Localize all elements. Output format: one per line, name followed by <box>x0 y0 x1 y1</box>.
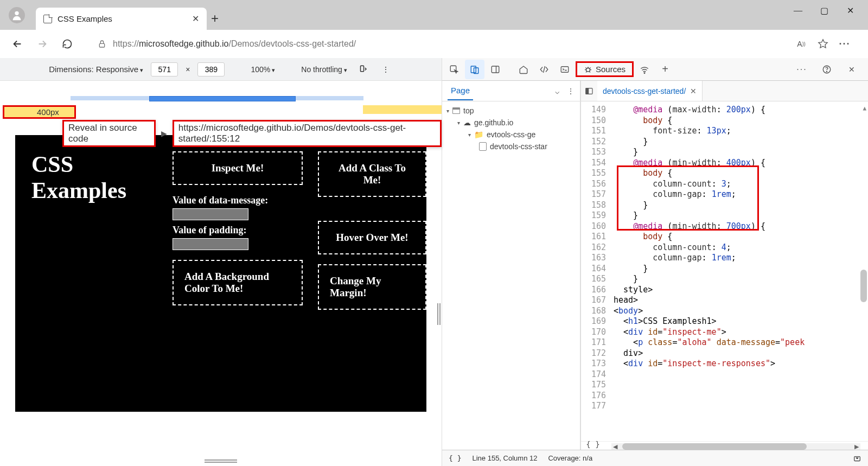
menu-icon[interactable]: ··· <box>839 38 851 50</box>
svg-point-0 <box>15 11 18 15</box>
add-tab-icon[interactable]: + <box>655 60 675 79</box>
welcome-icon[interactable] <box>514 60 533 79</box>
window-icon <box>452 107 460 114</box>
svg-rect-8 <box>561 66 569 72</box>
horizontal-scrollbar-thumb[interactable] <box>622 443 807 450</box>
browser-window: CSS Examples ✕ + — ▢ ✕ https://microsoft… <box>0 0 868 466</box>
network-icon[interactable] <box>635 60 654 79</box>
add-bg-box[interactable]: Add A Background Color To Me! <box>173 260 303 305</box>
minimize-button[interactable]: — <box>793 5 803 16</box>
url-protocol: https:// <box>113 39 139 48</box>
page-preview[interactable]: CSS Examples Inspect Me! Value of data-m… <box>15 135 426 412</box>
devtools-tabbar: Sources + ··· ✕ <box>442 58 868 81</box>
inspect-me-box[interactable]: Inspect Me! <box>173 151 303 185</box>
tab-close-icon[interactable]: ✕ <box>192 14 199 24</box>
close-window-button[interactable]: ✕ <box>845 5 855 16</box>
elements-icon[interactable] <box>534 60 554 79</box>
svg-point-10 <box>644 73 645 74</box>
drawer-toggle-icon[interactable] <box>853 455 861 462</box>
scroll-right-arrow[interactable]: ▶ <box>853 443 860 450</box>
height-input[interactable] <box>197 62 225 76</box>
page-icon <box>43 15 52 23</box>
file-icon <box>479 142 487 151</box>
back-button[interactable] <box>8 34 27 54</box>
nav-dropdown-icon[interactable]: ⌵ <box>555 87 559 95</box>
content-row: Dimensions: Responsive × 100% No throttl… <box>0 58 868 466</box>
console-icon[interactable] <box>555 60 575 79</box>
value-data-message-label: Value of data-message: <box>173 195 303 206</box>
nav-more-icon[interactable]: ⋮ <box>567 87 575 95</box>
device-options-icon[interactable]: ⋮ <box>379 64 393 75</box>
device-toolbar: Dimensions: Responsive × 100% No throttl… <box>0 58 442 81</box>
svg-point-9 <box>586 68 590 72</box>
pretty-print-status-icon[interactable]: { } <box>449 454 461 462</box>
favorite-icon[interactable] <box>817 38 829 50</box>
bug-icon <box>584 65 592 74</box>
context-tooltip: Reveal in source code ▶ https://microsof… <box>62 120 442 147</box>
tree-origin[interactable]: ge.github.io <box>474 118 513 127</box>
media-ruler: 400px Reveal in source code ▶ https://mi… <box>0 81 442 108</box>
svg-rect-1 <box>99 43 104 47</box>
dock-icon[interactable] <box>486 60 505 79</box>
add-class-box[interactable]: Add A Class To Me! <box>318 151 426 197</box>
tree-folder[interactable]: evtools-css-ge <box>487 130 535 139</box>
code-area[interactable]: 1491501511521531541551561571581591601611… <box>581 101 868 441</box>
source-location-button[interactable]: https://microsoftedge.github.io/Demos/de… <box>173 120 442 147</box>
folder-icon: 📁 <box>474 130 483 139</box>
toggle-navigator-icon[interactable] <box>581 87 597 95</box>
hover-box[interactable]: Hover Over Me! <box>318 221 426 254</box>
svg-rect-2 <box>360 66 363 72</box>
device-pane: Dimensions: Responsive × 100% No throttl… <box>0 58 442 466</box>
width-input[interactable] <box>151 62 178 76</box>
pretty-print-button[interactable]: { } <box>582 440 604 449</box>
nav-toolbar: https://microsoftedge.github.io/Demos/de… <box>0 30 868 58</box>
address-bar[interactable]: https://microsoftedge.github.io/Demos/de… <box>89 34 783 54</box>
scroll-left-arrow[interactable]: ◀ <box>611 443 619 450</box>
editor-file-tab[interactable]: devtools-css-get-started/ ✕ <box>597 81 703 101</box>
resize-side-handle[interactable] <box>437 303 441 325</box>
reload-button[interactable] <box>58 34 77 54</box>
coverage-status: Coverage: n/a <box>548 454 592 462</box>
code-content[interactable]: @media (max-width: 200px) { body { font-… <box>611 101 868 441</box>
new-tab-button[interactable]: + <box>211 11 219 26</box>
status-bar: { } Line 155, Column 12 Coverage: n/a <box>442 450 868 466</box>
toggle-device-icon[interactable] <box>465 60 484 79</box>
devtools-more-icon[interactable]: ··· <box>792 60 812 79</box>
tab-sources[interactable]: Sources <box>576 61 634 77</box>
tree-top[interactable]: top <box>463 106 474 115</box>
dimensions-dropdown[interactable]: Dimensions: Responsive <box>49 65 143 74</box>
inspect-element-icon[interactable] <box>444 60 464 79</box>
forward-button[interactable] <box>33 34 52 54</box>
change-margin-box[interactable]: Change My Margin! <box>318 264 426 310</box>
resize-bottom-handle[interactable] <box>205 459 237 463</box>
browser-tab[interactable]: CSS Examples ✕ <box>36 8 207 30</box>
padding-box <box>173 238 248 250</box>
sources-label: Sources <box>596 65 626 74</box>
tree-file[interactable]: devtools-css-star <box>490 142 547 151</box>
editor-tab-close-icon[interactable]: ✕ <box>690 87 697 95</box>
vertical-scrollbar-thumb[interactable] <box>860 270 867 302</box>
file-tree[interactable]: ▾top ▾☁ge.github.io ▾📁evtools-css-ge dev… <box>442 101 580 156</box>
svg-point-12 <box>826 71 827 72</box>
chevron-right-icon: ▶ <box>161 129 167 138</box>
url-text: https://microsoftedge.github.io/Demos/de… <box>113 39 356 49</box>
editor-tab-label: devtools-css-get-started/ <box>603 87 686 95</box>
editor-pane: devtools-css-get-started/ ✕ 149150151152… <box>580 81 868 450</box>
scroll-up-arrow[interactable]: ▲ <box>863 105 866 112</box>
throttling-dropdown[interactable]: No throttling <box>301 65 347 74</box>
zoom-dropdown[interactable]: 100% <box>251 65 275 74</box>
reveal-in-source-button[interactable]: Reveal in source code <box>62 120 156 147</box>
help-icon[interactable] <box>817 60 837 79</box>
page-pane-tab[interactable]: Page <box>448 81 473 100</box>
tab-title: CSS Examples <box>58 14 187 23</box>
maximize-button[interactable]: ▢ <box>819 5 829 16</box>
rotate-icon[interactable] <box>355 63 371 75</box>
navigator-pane: Page ⌵ ⋮ ▾top ▾☁ge.github.io ▾📁evtools-c… <box>442 81 580 450</box>
profile-icon[interactable] <box>9 7 25 23</box>
read-aloud-icon[interactable]: A)) <box>795 38 807 50</box>
svg-rect-4 <box>471 66 476 73</box>
close-devtools-icon[interactable]: ✕ <box>842 60 861 79</box>
cloud-icon: ☁ <box>463 118 471 127</box>
line-column-status: Line 155, Column 12 <box>472 454 537 462</box>
value-padding-label: Value of padding: <box>173 225 303 236</box>
